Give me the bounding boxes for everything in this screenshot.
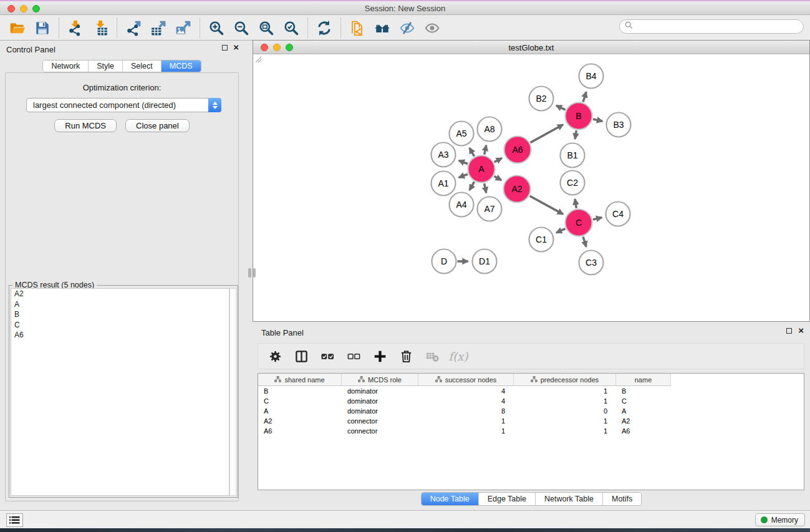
run-mcds-button[interactable]: Run MCDS (54, 119, 117, 132)
tab-network-table[interactable]: Network Table (536, 493, 603, 505)
table-row[interactable]: Cdominator41C (258, 396, 804, 406)
mcds-result-item[interactable]: C (11, 320, 229, 331)
tab-select[interactable]: Select (123, 60, 162, 72)
mcds-result-item[interactable]: A6 (11, 330, 229, 341)
export-table-icon[interactable] (146, 18, 171, 38)
canvas-scroll-thumb[interactable] (253, 268, 256, 278)
table-cell[interactable]: 4 (418, 396, 514, 406)
close-panel-icon[interactable]: × (233, 44, 239, 51)
edge-A-A4[interactable] (470, 181, 475, 190)
table-cell[interactable]: 8 (418, 406, 514, 416)
column-header-name[interactable]: name (616, 374, 671, 386)
table-cell[interactable]: B (616, 386, 671, 396)
table-cell[interactable]: 0 (514, 406, 616, 416)
edge-A-A1[interactable] (459, 174, 468, 177)
float-panel-icon[interactable] (222, 45, 228, 51)
table-row[interactable]: A2connector11A2 (258, 416, 804, 426)
table-cell[interactable]: A6 (258, 426, 342, 436)
memory-button[interactable]: Memory (755, 513, 805, 526)
close-panel-button[interactable]: Close panel (125, 119, 190, 132)
edge-A6-B[interactable] (531, 125, 563, 143)
import-network-icon[interactable] (63, 18, 88, 38)
mcds-result-item[interactable]: A (11, 299, 229, 310)
tab-network[interactable]: Network (43, 60, 89, 72)
table-cell[interactable]: dominator (342, 406, 418, 416)
table-cell[interactable]: connector (342, 416, 418, 426)
table-row[interactable]: A6connector11A6 (258, 426, 804, 436)
table-cell[interactable]: A (258, 406, 342, 416)
table-cell[interactable]: 4 (418, 386, 514, 396)
table-cell[interactable]: B (258, 386, 342, 396)
export-image-icon[interactable] (171, 18, 196, 38)
edge-A-A5[interactable] (470, 148, 475, 156)
hide-columns-icon[interactable] (342, 346, 365, 367)
close-table-panel-icon[interactable]: × (798, 327, 804, 334)
show-graphics-details-icon[interactable] (420, 18, 445, 38)
edge-C-C3[interactable] (583, 236, 586, 246)
table-cell[interactable]: connector (342, 426, 418, 436)
table-cell[interactable]: A2 (616, 416, 671, 426)
export-network-icon[interactable] (121, 18, 146, 38)
import-table-icon[interactable] (88, 18, 113, 38)
hide-graphics-details-icon[interactable] (395, 18, 420, 38)
zoom-out-icon[interactable] (229, 18, 254, 38)
edge-B-B1[interactable] (575, 130, 576, 139)
edge-A-A3[interactable] (459, 160, 468, 163)
table-cell[interactable]: C (258, 396, 342, 406)
table-cell[interactable]: A (616, 406, 671, 416)
table-cell[interactable]: 1 (418, 426, 514, 436)
edge-A2-C[interactable] (530, 196, 563, 214)
resize-grip-icon[interactable] (253, 54, 262, 63)
edge-C-C1[interactable] (556, 229, 565, 233)
table-cell[interactable]: 1 (418, 416, 514, 426)
edge-A-A7[interactable] (485, 183, 486, 193)
table-cell[interactable]: dominator (342, 386, 418, 396)
open-file-icon[interactable] (5, 18, 30, 38)
tab-motifs[interactable]: Motifs (603, 493, 641, 505)
edge-B-B2[interactable] (556, 105, 566, 110)
task-history-button[interactable] (6, 513, 23, 527)
save-session-icon[interactable] (30, 18, 55, 38)
refresh-view-icon[interactable] (312, 18, 337, 38)
panel-splitter-handle[interactable] (248, 268, 251, 278)
split-columns-icon[interactable] (289, 346, 313, 367)
show-checked-columns-icon[interactable] (316, 346, 339, 367)
add-column-icon[interactable] (368, 346, 392, 367)
edge-A-A8[interactable] (485, 145, 486, 155)
tab-mcds[interactable]: MCDS (162, 60, 201, 72)
criterion-dropdown[interactable]: largest connected component (directed) (26, 98, 221, 112)
column-header-MCDS-role[interactable]: MCDS role (342, 374, 418, 386)
table-row[interactable]: Adominator80A (258, 406, 804, 416)
zoom-in-icon[interactable] (204, 18, 229, 38)
edge-C-C2[interactable] (575, 199, 576, 208)
column-header-predecessor-nodes[interactable]: predecessor nodes (514, 374, 616, 386)
network-canvas[interactable]: AA1A2A3A4A5A6A7A8BB1B2B3B4CC1C2C3C4DD1 (253, 54, 809, 321)
tab-style[interactable]: Style (89, 60, 123, 72)
table-cell[interactable]: dominator (342, 396, 418, 406)
mcds-result-item[interactable]: B (11, 309, 229, 320)
search-field[interactable] (619, 19, 804, 34)
column-header-shared-name[interactable]: shared name (258, 374, 342, 386)
mcds-result-item[interactable]: A2 (11, 289, 229, 299)
table-cell[interactable]: C (616, 396, 671, 406)
zoom-fit-icon[interactable] (254, 18, 279, 38)
mcds-result-list[interactable]: A2ABCA6 (11, 288, 229, 496)
table-cell[interactable]: 1 (514, 426, 616, 436)
table-cell[interactable]: A6 (616, 426, 671, 436)
edge-A-A6[interactable] (494, 158, 502, 162)
edge-B-B3[interactable] (593, 119, 602, 121)
table-row[interactable]: Bdominator41B (258, 386, 804, 396)
table-cell[interactable]: 1 (514, 416, 616, 426)
tab-edge-table[interactable]: Edge Table (479, 493, 536, 505)
edge-B-B4[interactable] (583, 92, 586, 102)
edge-A-A2[interactable] (494, 177, 501, 181)
column-header-successor-nodes[interactable]: successor nodes (418, 374, 514, 386)
new-network-from-file-icon[interactable] (345, 18, 370, 38)
settings-gear-icon[interactable] (263, 346, 287, 367)
home-view-icon[interactable] (370, 18, 395, 38)
table-cell[interactable]: 1 (514, 396, 616, 406)
float-table-panel-icon[interactable] (786, 328, 792, 334)
table-cell[interactable]: A2 (258, 416, 342, 426)
table-cell[interactable]: 1 (514, 386, 616, 396)
delete-column-icon[interactable] (394, 346, 418, 367)
